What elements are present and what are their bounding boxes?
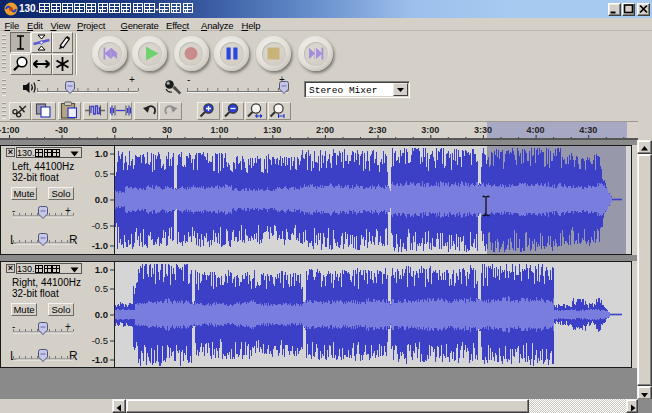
svg-text:0.0: 0.0 [95, 194, 108, 205]
svg-text:1.0: 1.0 [95, 264, 108, 275]
svg-text:0.0: 0.0 [95, 309, 108, 320]
svg-text:-0.5: -0.5 [92, 220, 108, 231]
svg-text:-0.5: -0.5 [92, 335, 108, 346]
svg-text:-1.0: -1.0 [92, 240, 108, 251]
svg-text:0.5: 0.5 [95, 168, 108, 179]
svg-text:1.0: 1.0 [95, 148, 108, 159]
svg-text:0.5: 0.5 [95, 283, 108, 294]
svg-text:-1.0: -1.0 [92, 354, 108, 365]
